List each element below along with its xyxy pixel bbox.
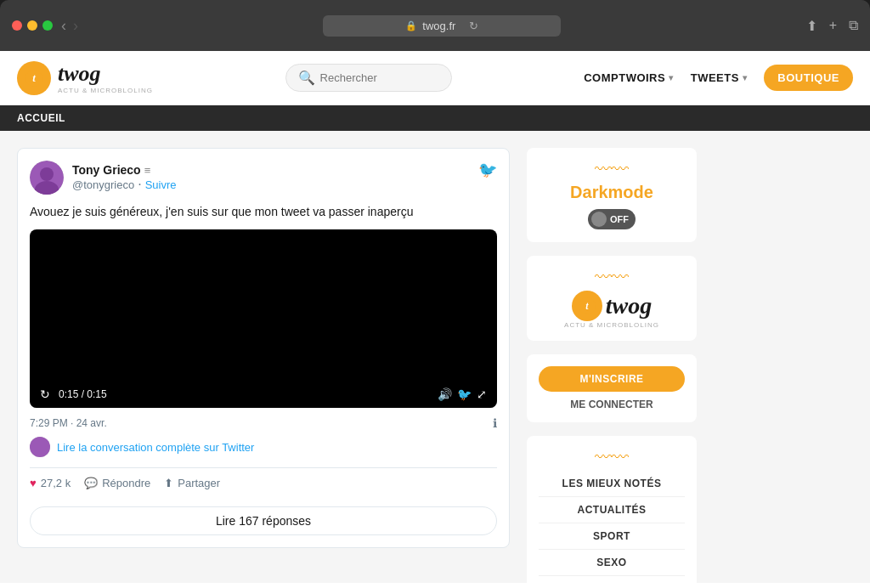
fullscreen-button[interactable] bbox=[42, 20, 53, 31]
url-bar-container: 🔒 twog.fr ↻ bbox=[87, 15, 798, 37]
video-action-icons: 🔊 🐦 ⤢ bbox=[438, 387, 487, 401]
browser-actions: ⬆ + ⧉ bbox=[806, 18, 858, 34]
search-bar[interactable]: 🔍 bbox=[285, 64, 452, 92]
search-input[interactable] bbox=[320, 71, 439, 84]
nav-comptwoirs[interactable]: COMPTWOIRS ▾ bbox=[584, 71, 674, 84]
tweet-meta: 7:29 PM · 24 avr. ℹ bbox=[30, 416, 497, 430]
fullscreen-icon[interactable]: ⤢ bbox=[477, 387, 487, 401]
twog-subtitle-large: ACTU & MICROBLOLING bbox=[539, 321, 685, 329]
logo-subtitle: ACTU & MICROBLOLING bbox=[58, 87, 153, 94]
read-twitter-text: Lire la conversation complète sur Twitte… bbox=[57, 441, 254, 454]
heart-icon: ♥ bbox=[30, 477, 37, 489]
tweet-body: Avouez je suis généreux, j'en suis sur q… bbox=[30, 203, 497, 221]
twitter-logo-icon: 🐦 bbox=[478, 161, 497, 179]
user-handle-row: @tonygrieco · Suivre bbox=[72, 177, 177, 192]
main-layout: Tony Grieco ≡ @tonygrieco · Suivre 🐦 bbox=[0, 131, 870, 583]
chevron-down-icon-2: ▾ bbox=[743, 73, 748, 82]
category-item[interactable]: SPORT bbox=[539, 523, 685, 550]
tweet-video[interactable]: ↻ 0:15 / 0:15 🔊 🐦 ⤢ bbox=[30, 229, 497, 408]
twog-svg: t bbox=[579, 297, 596, 314]
small-avatar bbox=[30, 437, 50, 457]
tweet-timestamp: 7:29 PM · 24 avr. bbox=[30, 417, 107, 429]
browser-nav-controls: ‹ › bbox=[61, 17, 78, 35]
twog-logo[interactable]: t twog ACTU & MICROBLOLING bbox=[17, 61, 153, 95]
darkmode-toggle[interactable]: OFF bbox=[588, 209, 636, 229]
share-icon[interactable]: ⬆ bbox=[806, 18, 817, 34]
category-item[interactable]: ACTUALITÉS bbox=[539, 497, 685, 523]
tweet-header: Tony Grieco ≡ @tonygrieco · Suivre 🐦 bbox=[30, 161, 497, 195]
lock-icon: 🔒 bbox=[405, 20, 417, 31]
inscrire-button[interactable]: M'INSCRIRE bbox=[539, 366, 685, 392]
likes-count: 27,2 k bbox=[41, 477, 71, 489]
browser-menu-icon[interactable]: ⧉ bbox=[849, 18, 858, 34]
close-button[interactable] bbox=[12, 20, 22, 31]
twog-text-large: twog bbox=[606, 292, 652, 319]
share-icon-action: ⬆ bbox=[164, 477, 173, 489]
browser-content: t twog ACTU & MICROBLOLING 🔍 COMPTWOIRS … bbox=[0, 51, 870, 588]
wavy-decoration-3: 〰〰 bbox=[539, 448, 685, 467]
user-name: Tony Grieco ≡ bbox=[72, 163, 177, 177]
nav-menu: COMPTWOIRS ▾ TWEETS ▾ BOUTIQUE bbox=[584, 65, 853, 91]
back-button[interactable]: ‹ bbox=[61, 17, 66, 35]
categories-box: 〰〰 LES MIEUX NOTÉSACTUALITÉSSPORTSEXOPER… bbox=[527, 436, 697, 583]
svg-point-3 bbox=[40, 167, 54, 181]
new-tab-icon[interactable]: + bbox=[829, 18, 837, 34]
logo-text: twog bbox=[58, 61, 101, 86]
share-label: Partager bbox=[178, 477, 220, 489]
category-item[interactable]: LES MIEUX NOTÉS bbox=[539, 471, 685, 497]
darkmode-box: 〰〰 Darkmode OFF bbox=[527, 148, 697, 242]
boutique-button[interactable]: BOUTIQUE bbox=[764, 65, 853, 91]
logo-icon: t bbox=[17, 61, 51, 95]
sidebar: 〰〰 Darkmode OFF 〰〰 t twog bbox=[527, 148, 697, 566]
category-item[interactable]: SEXO bbox=[539, 550, 685, 576]
verified-icon: ≡ bbox=[144, 164, 151, 177]
twitter-share-icon[interactable]: 🐦 bbox=[457, 387, 472, 401]
avatar bbox=[30, 161, 64, 195]
logo-area: t twog ACTU & MICROBLOLING bbox=[17, 61, 153, 95]
nav-tweets[interactable]: TWEETS ▾ bbox=[691, 71, 748, 84]
wavy-decoration-1: 〰〰 bbox=[539, 160, 685, 179]
reply-label: Répondre bbox=[102, 477, 150, 489]
svg-point-5 bbox=[30, 437, 50, 457]
read-replies-button[interactable]: Lire 167 réponses bbox=[30, 506, 497, 535]
svg-text:t: t bbox=[32, 71, 36, 84]
user-handle: @tonygrieco bbox=[72, 178, 134, 191]
logo-svg: t bbox=[25, 69, 43, 88]
forward-button: › bbox=[73, 17, 78, 35]
reply-icon: 💬 bbox=[84, 477, 98, 489]
reply-action[interactable]: 💬 Répondre bbox=[84, 477, 150, 489]
read-twitter-link[interactable]: Lire la conversation complète sur Twitte… bbox=[30, 437, 497, 457]
search-icon: 🔍 bbox=[298, 70, 315, 86]
toggle-label: OFF bbox=[610, 214, 629, 224]
tweet-actions: ♥ 27,2 k 💬 Répondre ⬆ Partager bbox=[30, 467, 497, 498]
share-action[interactable]: ⬆ Partager bbox=[164, 477, 220, 489]
content-area: Tony Grieco ≡ @tonygrieco · Suivre 🐦 bbox=[17, 148, 510, 566]
refresh-icon[interactable]: ↻ bbox=[469, 20, 478, 32]
url-bar[interactable]: 🔒 twog.fr ↻ bbox=[323, 15, 561, 37]
tweet-user: Tony Grieco ≡ @tonygrieco · Suivre bbox=[30, 161, 177, 195]
tweet-card: Tony Grieco ≡ @tonygrieco · Suivre 🐦 bbox=[17, 148, 510, 548]
play-button[interactable]: ↻ bbox=[40, 387, 50, 401]
wavy-decoration-2: 〰〰 bbox=[539, 268, 685, 287]
minimize-button[interactable] bbox=[27, 20, 37, 31]
user-info: Tony Grieco ≡ @tonygrieco · Suivre bbox=[72, 163, 177, 192]
site-header: t twog ACTU & MICROBLOLING 🔍 COMPTWOIRS … bbox=[0, 51, 870, 105]
browser-chrome: ‹ › 🔒 twog.fr ↻ ⬆ + ⧉ bbox=[0, 0, 870, 51]
video-controls: ↻ 0:15 / 0:15 🔊 🐦 ⤢ bbox=[30, 381, 497, 408]
separator: · bbox=[138, 177, 141, 192]
twog-logo-box: 〰〰 t twog ACTU & MICROBLOLING bbox=[527, 256, 697, 341]
traffic-lights bbox=[12, 20, 53, 31]
like-action[interactable]: ♥ 27,2 k bbox=[30, 477, 71, 489]
logo-text-area: twog ACTU & MICROBLOLING bbox=[58, 61, 153, 94]
connecter-button[interactable]: ME CONNECTER bbox=[539, 399, 685, 410]
category-item[interactable]: PERLES DE CM bbox=[539, 576, 685, 583]
avatar-svg bbox=[30, 161, 64, 195]
info-icon: ℹ bbox=[493, 416, 497, 430]
follow-link[interactable]: Suivre bbox=[145, 178, 177, 191]
toggle-circle bbox=[591, 212, 607, 227]
volume-icon[interactable]: 🔊 bbox=[438, 387, 452, 401]
twog-circle-large: t bbox=[572, 291, 602, 321]
breadcrumb: ACCUEIL bbox=[0, 105, 870, 131]
categories-list: LES MIEUX NOTÉSACTUALITÉSSPORTSEXOPERLES… bbox=[539, 471, 685, 583]
cta-box: M'INSCRIRE ME CONNECTER bbox=[527, 354, 697, 422]
